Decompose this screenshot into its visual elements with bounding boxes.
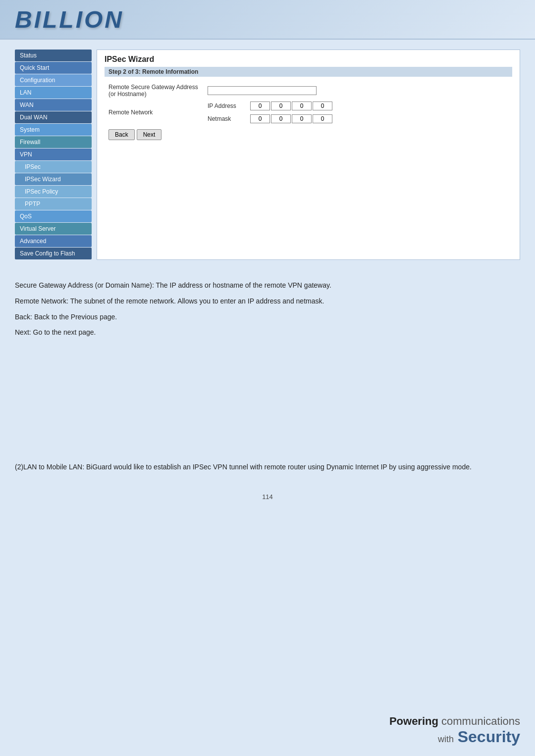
wizard-step: Step 2 of 3: Remote Information [105,67,512,77]
sidebar-item-save-config[interactable]: Save Config to Flash [15,248,92,259]
footer-powering-text: Powering [389,715,438,727]
sidebar: Status Quick Start Configuration LAN WAN… [15,50,92,260]
form-table: Remote Secure Gateway Address (or Hostna… [105,82,512,125]
main-layout: Status Quick Start Configuration LAN WAN… [0,40,535,270]
desc-3: Back: Back to the Previous page. [15,311,520,323]
sidebar-item-ipsec[interactable]: IPSec [15,161,92,173]
wizard-title: IPSec Wizard [105,55,512,64]
logo-text: BILLION [15,6,124,33]
gateway-label: Remote Secure Gateway Address (or Hostna… [105,82,204,100]
footer-brand: Powering communications with Security [389,715,520,746]
description-area: Secure Gateway Address (or Domain Name):… [0,270,535,353]
sidebar-item-ipsec-wizard[interactable]: IPSec Wizard [15,173,92,185]
buttons-row: Back Next [105,125,512,144]
netmask-row-inner: Netmask [208,114,508,123]
footer-powering-line: Powering communications [389,715,520,728]
footer-security-line: with Security [389,728,520,746]
gateway-row: Remote Secure Gateway Address (or Hostna… [105,82,512,100]
logo: BILLION [15,6,124,33]
footer-with-text: with [438,734,454,744]
sidebar-item-wan[interactable]: WAN [15,99,92,111]
netmask-octet-2[interactable] [271,114,291,123]
sidebar-item-ipsec-policy[interactable]: IPSec Policy [15,186,92,198]
ip-address-cell: IP Address [204,100,512,112]
ip-octet-2[interactable] [271,101,291,110]
sidebar-item-quick-start[interactable]: Quick Start [15,62,92,74]
content-panel: IPSec Wizard Step 2 of 3: Remote Informa… [97,50,520,260]
netmask-octet-3[interactable] [292,114,312,123]
footer-security-text: Security [458,728,520,746]
netmask-octet-4[interactable] [313,114,332,123]
sidebar-item-system[interactable]: System [15,124,92,136]
remote-network-row: Remote Network IP Address [105,100,512,112]
footer-communications-text: communications [441,715,520,727]
ip-octet-1[interactable] [250,101,270,110]
page-number: 114 [0,483,535,510]
sidebar-item-pptp[interactable]: PPTP [15,198,92,210]
desc-4: Next: Go to the next page. [15,327,520,339]
sidebar-item-qos[interactable]: QoS [15,210,92,222]
ip-address-row: IP Address [208,101,508,110]
wizard-panel: IPSec Wizard Step 2 of 3: Remote Informa… [97,50,520,149]
sidebar-item-status[interactable]: Status [15,50,92,61]
sidebar-item-advanced[interactable]: Advanced [15,235,92,247]
sidebar-item-firewall[interactable]: Firewall [15,136,92,148]
bottom-note: (2)LAN to Mobile LAN: BiGuard would like… [0,452,535,483]
ip-octet-3[interactable] [292,101,312,110]
sidebar-item-virtual-server[interactable]: Virtual Server [15,223,92,235]
remote-network-label: Remote Network [105,100,204,125]
header: BILLION [0,0,535,40]
gateway-field-cell [204,82,512,100]
netmask-cell: Netmask [204,112,512,125]
desc-1: Secure Gateway Address (or Domain Name):… [15,280,520,292]
sidebar-item-lan[interactable]: LAN [15,87,92,99]
ip-address-label: IP Address [208,102,247,109]
gateway-input[interactable] [208,86,317,95]
next-button[interactable]: Next [137,129,162,140]
sidebar-item-dual-wan[interactable]: Dual WAN [15,111,92,123]
sidebar-item-vpn[interactable]: VPN [15,149,92,160]
desc-2: Remote Network: The subnet of the remote… [15,296,520,307]
netmask-fields [250,114,332,123]
netmask-octet-1[interactable] [250,114,270,123]
back-button[interactable]: Back [108,129,135,140]
ip-address-fields [250,101,332,110]
ip-octet-4[interactable] [313,101,332,110]
sidebar-item-configuration[interactable]: Configuration [15,74,92,86]
netmask-label: Netmask [208,115,247,122]
